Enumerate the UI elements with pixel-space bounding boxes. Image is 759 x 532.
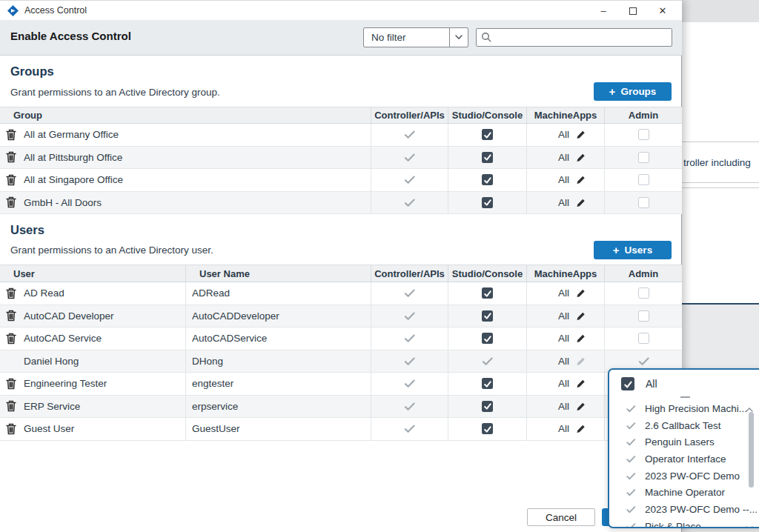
groups-table-header: Group Controller/APIs Studio/Console Mac…	[0, 107, 682, 124]
edit-icon[interactable]	[576, 310, 586, 322]
user-row: AD Read ADRead All	[0, 282, 682, 305]
delete-icon[interactable]	[6, 423, 16, 435]
delete-icon[interactable]	[6, 287, 16, 299]
add-groups-button[interactable]: + Groups	[594, 82, 672, 101]
user-name: engtester	[192, 378, 233, 389]
edit-icon[interactable]	[576, 423, 586, 434]
popup-all-row[interactable]: All	[609, 370, 759, 390]
dialog-title: Enable Access Control	[10, 30, 131, 42]
user-name: DHong	[192, 356, 223, 367]
studio-console-checkbox[interactable]	[482, 287, 493, 299]
granted-check-icon	[626, 522, 636, 528]
edit-icon[interactable]	[576, 152, 586, 163]
edit-icon[interactable]	[576, 129, 586, 140]
delete-icon[interactable]	[6, 151, 16, 163]
chevron-down-icon[interactable]	[449, 28, 468, 47]
studio-console-checkbox[interactable]	[482, 310, 493, 322]
popup-item[interactable]: Operator Interface	[609, 450, 759, 468]
scroll-down-icon[interactable]	[746, 520, 753, 528]
delete-icon[interactable]	[6, 129, 16, 141]
filter-dropdown[interactable]: No filter	[363, 27, 468, 47]
add-users-button[interactable]: + Users	[594, 241, 672, 259]
delete-icon[interactable]	[6, 196, 16, 208]
column-header-machineapps[interactable]: MachineApps	[526, 265, 604, 282]
studio-console-checkbox[interactable]	[482, 197, 493, 208]
user-name: AutoCADService	[192, 333, 267, 344]
admin-checkbox[interactable]	[638, 152, 649, 163]
screen: troller including Access Control – ✕ Ena…	[0, 0, 759, 532]
user-name: GuestUser	[192, 423, 240, 434]
delete-icon[interactable]	[6, 333, 16, 345]
admin-checkbox[interactable]	[638, 287, 649, 299]
machineapps-value: All	[558, 197, 569, 208]
popup-item-label: 2023 PW-OFC Demo --...	[645, 504, 758, 515]
cancel-button[interactable]: Cancel	[527, 508, 595, 526]
studio-console-checkbox[interactable]	[482, 401, 493, 412]
popup-item-label: Machine Operator	[645, 487, 725, 498]
edit-icon[interactable]	[576, 174, 586, 185]
plus-icon: +	[609, 85, 616, 98]
groups-table: Group Controller/APIs Studio/Console Mac…	[0, 107, 682, 214]
column-header-machineapps[interactable]: MachineApps	[526, 107, 604, 123]
edit-icon[interactable]	[576, 287, 586, 299]
granted-check-icon	[626, 421, 636, 430]
edit-icon[interactable]	[576, 197, 586, 208]
popup-item[interactable]: 2.6 Callback Test	[609, 417, 759, 434]
app-icon	[7, 5, 19, 16]
admin-checkbox[interactable]	[638, 197, 649, 208]
column-header-user-name[interactable]: User Name	[185, 265, 371, 282]
granted-check-icon	[404, 197, 415, 208]
delete-icon[interactable]	[6, 400, 16, 412]
studio-console-checkbox[interactable]	[482, 174, 493, 185]
edit-icon[interactable]	[576, 333, 586, 344]
user-display-name: Engineering Tester	[24, 378, 107, 389]
dialog-header: Enable Access Control No filter	[0, 20, 682, 56]
studio-console-checkbox[interactable]	[482, 423, 493, 434]
studio-console-checkbox[interactable]	[482, 152, 493, 163]
group-name: All at Pittsburgh Office	[24, 152, 122, 163]
column-header-controller-apis[interactable]: Controller/APIs	[371, 265, 448, 282]
admin-checkbox[interactable]	[638, 333, 649, 344]
studio-console-checkbox[interactable]	[482, 378, 493, 389]
search-input[interactable]	[476, 28, 672, 47]
column-header-group[interactable]: Group	[0, 107, 371, 123]
column-header-admin[interactable]: Admin	[604, 107, 682, 123]
edit-icon[interactable]	[576, 401, 586, 412]
minimize-button[interactable]: –	[589, 1, 618, 21]
studio-console-checkbox[interactable]	[482, 333, 493, 344]
popup-item[interactable]: Machine Operator	[609, 484, 759, 501]
delete-icon[interactable]	[6, 310, 16, 322]
popup-divider	[680, 396, 690, 398]
granted-check-icon	[404, 423, 415, 434]
popup-item-label: Operator Interface	[645, 453, 726, 465]
admin-checkbox[interactable]	[638, 129, 649, 140]
scrollbar-thumb[interactable]	[749, 412, 754, 488]
maximize-button[interactable]	[618, 1, 648, 21]
edit-icon-active[interactable]	[576, 378, 586, 389]
delete-icon[interactable]	[6, 174, 16, 186]
popup-item[interactable]: High Precision Machi...	[609, 400, 759, 417]
granted-check-icon	[638, 356, 649, 367]
popup-item[interactable]: Pick & Place	[609, 518, 759, 528]
column-header-studio-console[interactable]: Studio/Console	[448, 265, 526, 282]
close-button[interactable]: ✕	[648, 1, 677, 21]
admin-checkbox[interactable]	[638, 174, 649, 185]
popup-item[interactable]: 2023 PW-OFC Demo --...	[609, 501, 759, 518]
popup-item[interactable]: 2023 PW-OFC Demo	[609, 468, 759, 485]
all-label: All	[646, 378, 657, 390]
column-header-controller-apis[interactable]: Controller/APIs	[371, 107, 448, 123]
popup-item-label: High Precision Machi...	[645, 403, 747, 414]
user-display-name: AutoCAD Developer	[24, 310, 114, 322]
studio-console-checkbox[interactable]	[482, 129, 493, 140]
access-control-dialog: Access Control – ✕ Enable Access Control…	[0, 0, 682, 532]
column-header-studio-console[interactable]: Studio/Console	[448, 107, 526, 123]
column-header-user[interactable]: User	[0, 265, 185, 282]
popup-item[interactable]: Penguin Lasers	[609, 433, 759, 450]
popup-item-label: 2023 PW-OFC Demo	[645, 471, 740, 482]
granted-check-icon	[626, 404, 636, 413]
column-header-admin[interactable]: Admin	[604, 265, 682, 282]
admin-checkbox[interactable]	[638, 310, 649, 322]
all-checkbox[interactable]	[621, 377, 634, 390]
delete-icon[interactable]	[6, 378, 16, 390]
user-row: Engineering Tester engtester All	[0, 373, 682, 396]
